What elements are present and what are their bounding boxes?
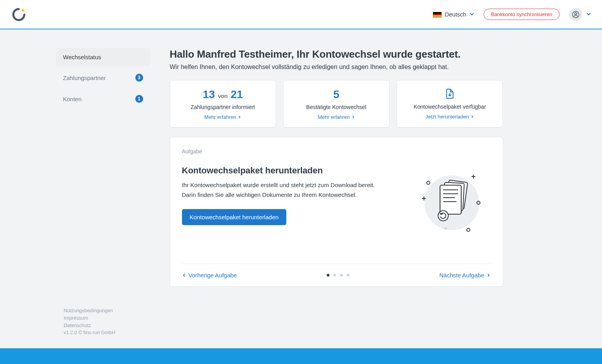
stat-link-download[interactable]: Jetzt herunterladen [426, 114, 474, 120]
sidebar-badge: 1 [135, 95, 143, 103]
avatar [569, 8, 582, 21]
svg-point-11 [427, 181, 430, 184]
sidebar: Wechselstatus Zahlungspartner 3 Konten 1 [56, 48, 150, 142]
footer-bar [0, 348, 602, 364]
sidebar-item-konten[interactable]: Konten 1 [56, 89, 150, 108]
svg-point-13 [467, 228, 470, 231]
stat-card-partners-informed: 13 von 21 Zahlungspartner informiert Meh… [170, 80, 276, 127]
language-label: Deutsch [445, 11, 466, 18]
sidebar-badge: 3 [135, 74, 143, 82]
stat-number: 5 [333, 88, 340, 101]
dot-3[interactable] [340, 274, 343, 277]
svg-point-1 [575, 12, 577, 14]
sidebar-item-label: Konten [63, 96, 82, 102]
link-imprint[interactable]: Impressum [64, 315, 150, 322]
download-file-icon [401, 88, 498, 100]
sidebar-item-zahlungspartner[interactable]: Zahlungspartner 3 [56, 68, 150, 87]
stat-label: Bestätigte Kontowechsel [287, 104, 385, 110]
version-text: v1.2.0 © fino run GmbH [64, 329, 150, 337]
stat-link-more[interactable]: Mehr erfahren [204, 114, 242, 120]
stat-link-more[interactable]: Mehr erfahren [318, 114, 355, 120]
task-desc-1: Ihr Kontowechselpaket wurde erstellt und… [182, 180, 397, 189]
task-pagination-dots [327, 274, 349, 277]
task-section-label: Aufgabe [182, 148, 491, 155]
stat-label: Zahlungspartner informiert [174, 104, 272, 110]
flag-de-icon [433, 12, 442, 17]
stat-card-package: Kontowechselpaket verfügbar Jetzt herunt… [396, 80, 503, 127]
dot-1[interactable] [327, 274, 329, 277]
link-privacy[interactable]: Datenschutz [64, 322, 150, 329]
task-card: Aufgabe Kontowechselpaket herunterladen … [170, 137, 503, 287]
main-content: Hallo Manfred Testheimer, Ihr Kontowechs… [170, 48, 503, 287]
page-subtitle: Wir helfen Ihnen, den Kontowechsel volls… [170, 64, 503, 71]
topbar: Deutsch Bankkonto synchronisieren [0, 0, 602, 29]
chevron-left-icon [182, 273, 186, 277]
chevron-right-icon [486, 273, 491, 277]
next-task-button[interactable]: Nächste Aufgabe [439, 272, 491, 278]
stat-number-done: 13 [203, 88, 215, 101]
dot-4[interactable] [347, 274, 349, 277]
chevron-right-icon [238, 115, 241, 119]
documents-illustration [413, 166, 491, 240]
link-terms[interactable]: Nutzungsbedingungen [64, 307, 150, 315]
page-title: Hallo Manfred Testheimer, Ihr Kontowechs… [170, 48, 503, 60]
chevron-right-icon [351, 115, 355, 119]
sidebar-item-wechselstatus[interactable]: Wechselstatus [56, 48, 150, 66]
user-menu[interactable] [569, 8, 591, 21]
logo [11, 7, 27, 22]
stat-label: Kontowechselpaket verfügbar [401, 104, 498, 110]
prev-task-button[interactable]: Vorherige Aufgabe [182, 272, 237, 278]
sidebar-item-label: Zahlungspartner [63, 75, 106, 81]
dot-2[interactable] [333, 274, 336, 277]
legal-footer: Nutzungsbedingungen Impressum Datenschut… [56, 142, 150, 337]
task-desc-2: Darin finden Sie alle wichtigen Dokument… [182, 190, 397, 199]
sync-account-button[interactable]: Bankkonto synchronisieren [484, 9, 560, 20]
stat-of-word: von [218, 93, 227, 99]
task-nav: Vorherige Aufgabe Nächste Aufgabe [182, 264, 491, 278]
task-title: Kontowechselpaket herunterladen [182, 166, 397, 176]
sidebar-item-label: Wechselstatus [63, 54, 101, 60]
stats-row: 13 von 21 Zahlungspartner informiert Meh… [170, 80, 503, 127]
stat-number-total: 21 [231, 88, 243, 101]
language-selector[interactable]: Deutsch [433, 11, 474, 18]
chevron-down-icon [586, 11, 591, 18]
svg-point-10 [438, 211, 448, 221]
stat-card-confirmed: 5 Bestätigte Kontowechsel Mehr erfahren [283, 80, 389, 127]
chevron-down-icon [469, 11, 474, 18]
download-package-button[interactable]: Kontowechselpaket herunterladen [182, 209, 287, 225]
chevron-right-icon [471, 115, 474, 118]
